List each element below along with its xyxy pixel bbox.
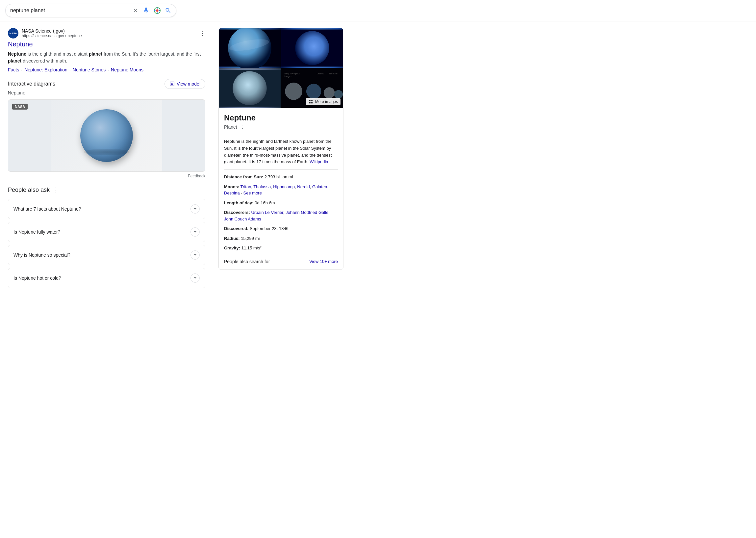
kp-people-also-search: People also search for View 10+ more	[224, 255, 338, 264]
svg-rect-2	[170, 82, 174, 86]
paa-item-2[interactable]: Why is Neptune so special?	[8, 245, 205, 265]
svg-point-10	[232, 71, 267, 105]
svg-rect-21	[309, 100, 310, 101]
chevron-down-icon-0	[190, 204, 200, 214]
kp-fact-gravity: Gravity: 11.15 m/s²	[224, 245, 338, 251]
kp-fact-day: Length of day: 0d 16h 6m	[224, 200, 338, 206]
dot-sep-3: ·	[108, 67, 109, 73]
moons-sep-dot: ·	[241, 190, 243, 195]
kp-moon-nereid[interactable]: Nereid	[297, 184, 310, 189]
voice-search-button[interactable]	[142, 7, 150, 14]
svg-rect-22	[311, 100, 313, 101]
paa-title: People also ask	[8, 187, 50, 193]
kp-moon-despina[interactable]: Despina	[224, 190, 240, 195]
kp-pasa-title: People also search for	[224, 259, 270, 264]
kp-fact-distance-num: 2.793 billion mi	[265, 174, 293, 179]
source-name: NASA Science (.gov)	[22, 28, 82, 33]
result-link-moons[interactable]: Neptune Moons	[111, 67, 143, 73]
kp-fact-day-value: 0d 16h 6m	[255, 200, 275, 205]
result-title[interactable]: Neptune	[8, 40, 205, 48]
google-lens-button[interactable]	[154, 7, 161, 14]
more-images-button[interactable]: More images	[306, 98, 340, 105]
diagram-right-panel	[162, 100, 205, 171]
desc-text-3: discovered with math.	[23, 58, 67, 64]
interactive-diagrams: Interactive diagrams View model Neptune …	[8, 79, 205, 178]
kp-image-2[interactable]	[281, 28, 343, 68]
kp-description: Neptune is the eighth and farthest known…	[224, 138, 338, 166]
sep-d2: ,	[328, 210, 329, 215]
source-url: https://science.nasa.gov › neptune	[22, 33, 82, 38]
kp-moon-thalassa[interactable]: Thalassa	[253, 184, 271, 189]
nasa-logo: NASA	[8, 28, 19, 38]
sep-m4: ,	[310, 184, 312, 189]
diagrams-subtitle: Neptune	[8, 90, 205, 95]
kp-fact-distance-label: Distance from Sun:	[224, 174, 263, 179]
result-more-dots[interactable]: ⋮	[199, 29, 205, 37]
kp-moon-triton[interactable]: Triton	[240, 184, 251, 189]
paa-item-3[interactable]: Is Neptune hot or cold?	[8, 268, 205, 288]
kp-more-dots[interactable]: ⋮	[240, 124, 245, 130]
search-button[interactable]	[165, 7, 172, 14]
kp-fact-radius-value: 15,299 mi	[241, 236, 260, 241]
svg-rect-23	[309, 102, 310, 103]
chevron-down-icon-2	[190, 250, 200, 260]
diagrams-header: Interactive diagrams View model	[8, 79, 205, 89]
kp-discoverer-galle[interactable]: Johann Gottfried Galle	[285, 210, 328, 215]
kp-wikipedia-link[interactable]: Wikipedia	[310, 159, 328, 164]
chevron-down-icon-1	[190, 227, 200, 237]
paa-section: People also ask ⋮ What are 7 facts about…	[8, 186, 205, 288]
view-model-label: View model	[176, 81, 200, 86]
kp-discoverer-adams[interactable]: John Couch Adams	[224, 217, 261, 221]
search-bar-container	[0, 0, 756, 22]
knowledge-panel: Uranus Neptune Early Voyager 2 images	[219, 28, 343, 270]
chevron-down-icon-3	[190, 273, 200, 283]
kp-moon-galatea[interactable]: Galatea	[312, 184, 328, 189]
result-description: Neptune is the eighth and most distant p…	[8, 51, 205, 65]
kp-fact-day-label: Length of day:	[224, 200, 254, 205]
kp-fact-discovered-value: September 23, 1846	[250, 226, 288, 231]
svg-point-8	[295, 31, 329, 65]
search-icons	[132, 7, 172, 14]
paa-item-0[interactable]: What are 7 facts about Neptune?	[8, 199, 205, 219]
kp-fact-gravity-label: Gravity:	[224, 245, 240, 250]
kp-subtitle-row: Planet ⋮	[224, 124, 338, 134]
desc-text-2: from the Sun. It's the fourth largest, a…	[104, 51, 201, 57]
kp-image-4[interactable]: Uranus Neptune Early Voyager 2 images	[281, 69, 343, 108]
diagram-shadow	[83, 149, 129, 155]
nasa-logo-text: NASA	[10, 32, 17, 35]
desc-planet-bold-2: planet	[8, 58, 22, 64]
kp-fact-discoverers: Discoverers: Urbain Le Verrier, Johann G…	[224, 209, 338, 222]
kp-fact-moons-label: Moons:	[224, 184, 239, 189]
diagram-box[interactable]: NASA	[8, 99, 205, 172]
kp-fact-distance: Distance from Sun: 2.793 billion mi	[224, 174, 338, 180]
paa-question-0: What are 7 facts about Neptune?	[14, 206, 81, 212]
desc-planet-bold-1: planet	[89, 51, 102, 57]
view-model-button[interactable]: View model	[165, 79, 205, 89]
kp-image-1[interactable]	[219, 28, 280, 68]
result-link-stories[interactable]: Neptune Stories	[73, 67, 106, 73]
kp-moons-see-more[interactable]: See more	[243, 190, 262, 195]
paa-item-1[interactable]: Is Neptune fully water?	[8, 222, 205, 242]
kp-fact-disc-label: Discoverers:	[224, 210, 250, 215]
desc-neptune-bold: Neptune	[8, 51, 26, 57]
paa-more-dots[interactable]: ⋮	[53, 186, 59, 193]
kp-view-more-link[interactable]: View 10+ more	[309, 259, 338, 264]
kp-subtitle: Planet	[224, 124, 237, 130]
result-links: Facts · Neptune: Exploration · Neptune S…	[8, 67, 205, 73]
main-layout: NASA NASA Science (.gov) https://science…	[0, 22, 428, 300]
kp-discoverer-leverrier[interactable]: Urbain Le Verrier	[251, 210, 283, 215]
kp-fact-radius: Radius: 15,299 mi	[224, 235, 338, 242]
svg-rect-24	[311, 102, 313, 103]
clear-button[interactable]	[132, 8, 138, 14]
kp-fact-radius-label: Radius:	[224, 236, 240, 241]
result-link-facts[interactable]: Facts	[8, 67, 19, 73]
kp-title: Neptune	[224, 113, 338, 122]
result-link-exploration[interactable]: Neptune: Exploration	[25, 67, 68, 73]
feedback-row[interactable]: Feedback	[8, 174, 205, 178]
search-input[interactable]	[10, 8, 130, 14]
kp-image-3[interactable]	[219, 69, 280, 108]
sep-m5: ,	[327, 184, 328, 189]
more-images-label: More images	[315, 99, 338, 104]
kp-moon-hippocamp[interactable]: Hippocamp	[273, 184, 295, 189]
desc-text-1: is the eighth and most distant	[27, 51, 89, 57]
